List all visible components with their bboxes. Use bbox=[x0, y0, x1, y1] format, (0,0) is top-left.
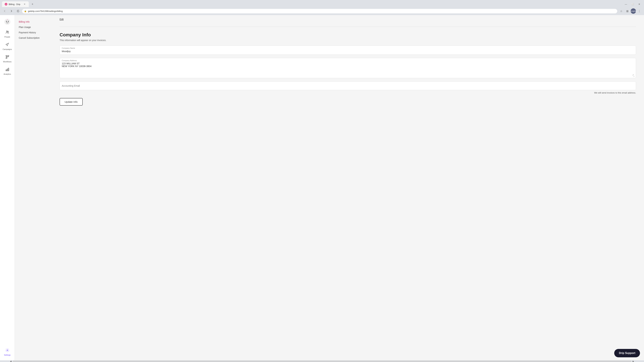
lock-icon: 🔒 bbox=[24, 10, 26, 12]
close-button[interactable]: ✕ bbox=[637, 2, 642, 7]
update-info-button[interactable]: Update Info bbox=[60, 98, 83, 106]
app-logo[interactable] bbox=[3, 18, 12, 26]
section-description: This information will appear on your inv… bbox=[60, 39, 636, 42]
browser-chrome: ● Billing · Drip ✕ + — ⬜ ✕ 🔒 getdrip.com… bbox=[0, 0, 644, 15]
workflows-icon bbox=[5, 55, 9, 60]
svg-rect-10 bbox=[7, 69, 8, 71]
sidebar-item-analytics[interactable]: Analytics bbox=[1, 66, 14, 77]
svg-rect-5 bbox=[6, 56, 7, 56]
accounting-email-input[interactable] bbox=[62, 84, 634, 87]
maximize-button[interactable]: ⬜ bbox=[630, 2, 635, 7]
address-bar[interactable]: 🔒 getdrip.com/7641396/settings/billing bbox=[22, 9, 617, 14]
sidebar-item-workflows[interactable]: Workflows bbox=[1, 53, 14, 64]
edit-link[interactable]: Edit bbox=[60, 18, 64, 21]
svg-rect-7 bbox=[6, 58, 7, 59]
section-title: Company Info bbox=[60, 32, 636, 38]
company-name-group: Company Name bbox=[60, 46, 636, 55]
company-name-input[interactable] bbox=[62, 50, 634, 53]
content-area: Edit Company Info This information will … bbox=[52, 15, 644, 360]
email-help-text: We will send invoices to this email addr… bbox=[60, 92, 636, 94]
tab-title: Billing · Drip bbox=[9, 3, 20, 6]
company-address-label: Company Address bbox=[62, 60, 634, 62]
drip-support-button[interactable]: Drip Support bbox=[614, 349, 640, 357]
sidebar-item-settings[interactable]: Settings bbox=[1, 346, 14, 358]
menu-button[interactable]: ⋮ bbox=[637, 8, 642, 14]
profile-label: Incognito bbox=[630, 10, 637, 12]
app-sidebar: People Campaigns bbox=[0, 15, 15, 360]
main-content: Billing Info Plan Usage Payment History … bbox=[15, 15, 644, 360]
company-address-input[interactable]: 123 WILLIAM ST NEW YORK NY 10038-3804 bbox=[62, 62, 634, 76]
people-icon bbox=[5, 30, 9, 35]
svg-point-4 bbox=[8, 31, 8, 32]
svg-rect-11 bbox=[8, 68, 9, 71]
svg-point-2 bbox=[8, 21, 8, 22]
company-address-group: Company Address 123 WILLIAM ST NEW YORK … bbox=[60, 58, 636, 78]
accounting-email-group: We will send invoices to this email addr… bbox=[60, 81, 636, 94]
title-bar: ● Billing · Drip ✕ + — ⬜ ✕ bbox=[0, 0, 644, 7]
back-button[interactable] bbox=[2, 8, 7, 14]
h-scroll-bar[interactable]: ◀ ▶ bbox=[0, 360, 644, 362]
app-container: People Campaigns bbox=[0, 15, 644, 360]
section-divider bbox=[60, 27, 636, 27]
svg-rect-6 bbox=[8, 56, 9, 56]
settings-label: Settings bbox=[4, 354, 11, 356]
h-scroll-track[interactable] bbox=[13, 361, 631, 362]
tab-favicon: ● bbox=[5, 3, 7, 6]
new-tab-button[interactable]: + bbox=[30, 2, 35, 7]
svg-rect-9 bbox=[6, 70, 6, 71]
settings-sidebar: Billing Info Plan Usage Payment History … bbox=[15, 15, 52, 360]
company-address-field: Company Address 123 WILLIAM ST NEW YORK … bbox=[60, 58, 636, 78]
campaigns-label: Campaigns bbox=[3, 48, 12, 50]
settings-nav-plan-usage[interactable]: Plan Usage bbox=[19, 25, 48, 30]
company-name-field: Company Name bbox=[60, 46, 636, 55]
minimize-button[interactable]: — bbox=[623, 2, 628, 7]
settings-nav-billing-info[interactable]: Billing Info bbox=[19, 19, 48, 25]
url-text: getdrip.com/7641396/settings/billing bbox=[28, 10, 62, 13]
company-name-label: Company Name bbox=[62, 47, 634, 49]
bookmark-button[interactable]: ☆ bbox=[618, 8, 624, 14]
svg-point-1 bbox=[6, 21, 7, 22]
settings-nav-payment-history[interactable]: Payment History bbox=[19, 30, 48, 35]
analytics-label: Analytics bbox=[4, 73, 11, 75]
toolbar-actions: ☆ ⊞ Incognito ⋮ bbox=[618, 8, 642, 14]
people-label: People bbox=[4, 36, 10, 38]
analytics-icon bbox=[5, 67, 9, 72]
profile-button[interactable]: Incognito bbox=[630, 8, 636, 14]
campaigns-icon bbox=[5, 43, 9, 48]
browser-tab[interactable]: ● Billing · Drip ✕ bbox=[2, 1, 29, 7]
svg-point-12 bbox=[7, 350, 8, 351]
sidebar-item-campaigns[interactable]: Campaigns bbox=[1, 41, 14, 52]
forward-button[interactable] bbox=[9, 8, 14, 14]
sidebar-bottom: Settings bbox=[1, 346, 14, 358]
nav-items: People Campaigns bbox=[1, 29, 14, 346]
sidebar-item-people[interactable]: People bbox=[1, 29, 14, 40]
browser-toolbar: 🔒 getdrip.com/7641396/settings/billing ☆… bbox=[0, 7, 644, 15]
accounting-email-field bbox=[60, 81, 636, 90]
tab-close-button[interactable]: ✕ bbox=[23, 3, 26, 6]
extensions-button[interactable]: ⊞ bbox=[624, 8, 630, 14]
resize-handle: ⊿ bbox=[633, 75, 635, 77]
workflows-label: Workflows bbox=[3, 61, 12, 63]
settings-nav-cancel-subscription[interactable]: Cancel Subscription bbox=[19, 35, 48, 41]
settings-icon bbox=[5, 348, 9, 353]
reload-button[interactable] bbox=[16, 8, 21, 14]
svg-point-3 bbox=[6, 31, 7, 32]
